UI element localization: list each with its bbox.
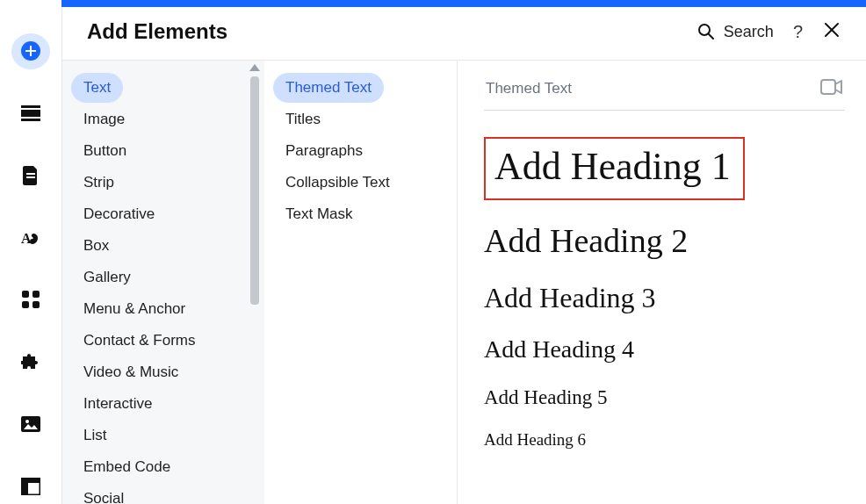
heading-sample-h3[interactable]: Add Heading 3 <box>484 283 656 313</box>
category-item-box[interactable]: Box <box>71 231 121 261</box>
category-item-interactive[interactable]: Interactive <box>71 389 164 419</box>
rail-button-media[interactable] <box>11 407 50 443</box>
subcategory-item-collapsible-text[interactable]: Collapsible Text <box>273 168 402 198</box>
plus-icon <box>21 41 40 61</box>
subcategory-column: Themed Text Titles Paragraphs Collapsibl… <box>264 61 458 504</box>
video-help-button[interactable] <box>820 78 843 99</box>
category-item-list[interactable]: List <box>71 421 119 450</box>
category-item-video-music[interactable]: Video & Music <box>71 357 191 387</box>
rail-button-pages[interactable] <box>11 158 50 194</box>
category-item-decorative[interactable]: Decorative <box>71 199 167 229</box>
heading-sample-h4[interactable]: Add Heading 4 <box>484 336 634 364</box>
svg-rect-17 <box>21 483 28 495</box>
subcategory-item-themed-text[interactable]: Themed Text <box>273 73 384 103</box>
panel-header: Add Elements Search ? <box>62 7 866 61</box>
svg-rect-7 <box>26 176 35 178</box>
category-item-menu-anchor[interactable]: Menu & Anchor <box>71 294 198 324</box>
subcategory-item-paragraphs[interactable]: Paragraphs <box>273 136 375 166</box>
rail-button-apps[interactable] <box>11 282 50 318</box>
heading-sample-h2[interactable]: Add Heading 2 <box>484 223 688 260</box>
subcategory-item-text-mask[interactable]: Text Mask <box>273 199 365 229</box>
search-label: Search <box>724 23 774 41</box>
svg-rect-10 <box>32 291 40 298</box>
rail-button-layout[interactable] <box>11 468 50 504</box>
panel-title: Add Elements <box>87 19 227 44</box>
rail-button-section[interactable] <box>11 96 50 132</box>
help-button[interactable]: ? <box>793 22 803 42</box>
heading-sample-h1[interactable]: Add Heading 1 <box>484 137 745 200</box>
svg-rect-2 <box>25 50 36 52</box>
category-item-gallery[interactable]: Gallery <box>71 263 143 292</box>
svg-text:A: A <box>21 231 32 246</box>
preview-column: Themed Text Add Heading 1 Add Heading 2 … <box>458 61 866 504</box>
svg-line-19 <box>709 34 713 39</box>
design-icon: A <box>21 228 40 248</box>
apps-grid-icon <box>22 291 40 308</box>
svg-rect-16 <box>21 478 40 483</box>
scroll-up-arrow-icon <box>249 64 260 71</box>
svg-rect-13 <box>21 416 40 432</box>
category-item-embed-code[interactable]: Embed Code <box>71 452 183 482</box>
layout-icon <box>21 478 40 495</box>
section-icon <box>21 105 40 121</box>
close-button[interactable] <box>822 20 841 43</box>
svg-rect-6 <box>26 173 35 175</box>
svg-rect-9 <box>22 291 29 298</box>
heading-sample-h5[interactable]: Add Heading 5 <box>484 386 608 408</box>
category-item-text[interactable]: Text <box>71 73 123 103</box>
search-icon <box>697 23 715 40</box>
subcategory-item-titles[interactable]: Titles <box>273 104 333 134</box>
left-icon-rail: A <box>0 7 61 504</box>
svg-rect-22 <box>821 80 835 94</box>
rail-button-plugins[interactable] <box>11 344 50 380</box>
heading-sample-h6[interactable]: Add Heading 6 <box>484 431 586 450</box>
category-item-contact-forms[interactable]: Contact & Forms <box>71 326 208 356</box>
puzzle-icon <box>21 352 40 371</box>
top-accent-bar <box>61 0 866 7</box>
category-column: Text Image Button Strip Decorative Box G… <box>62 61 264 504</box>
category-item-button[interactable]: Button <box>71 136 139 166</box>
rail-button-design[interactable]: A <box>11 220 50 256</box>
image-icon <box>21 416 40 432</box>
svg-rect-4 <box>21 110 40 117</box>
add-elements-rail-button[interactable] <box>11 33 50 69</box>
svg-point-14 <box>25 420 29 423</box>
add-elements-panel: Add Elements Search ? <box>61 7 866 504</box>
svg-point-18 <box>699 25 710 35</box>
scroll-thumb[interactable] <box>250 76 259 305</box>
category-scrollbar[interactable] <box>249 61 261 504</box>
preview-section-title: Themed Text <box>486 80 572 97</box>
category-item-image[interactable]: Image <box>71 104 137 134</box>
close-icon <box>824 22 840 38</box>
svg-rect-11 <box>22 301 29 308</box>
category-item-strip[interactable]: Strip <box>71 168 126 198</box>
category-item-social[interactable]: Social <box>71 484 136 504</box>
search-button[interactable]: Search <box>697 23 774 41</box>
svg-rect-3 <box>21 105 40 108</box>
video-camera-icon <box>820 78 843 96</box>
svg-rect-5 <box>21 119 40 121</box>
svg-rect-12 <box>32 301 40 308</box>
page-icon <box>23 166 39 185</box>
